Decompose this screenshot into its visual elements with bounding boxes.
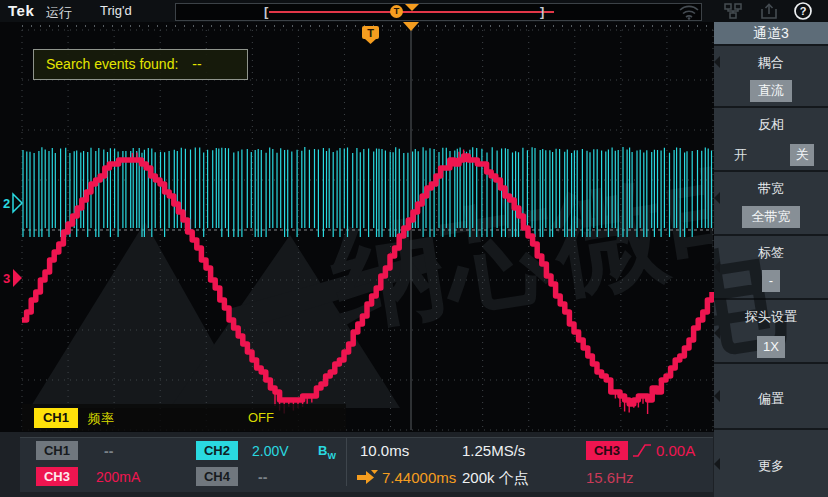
invert-on-option[interactable]: 开 bbox=[734, 144, 747, 166]
measurement-name: 频率 bbox=[88, 410, 114, 428]
section-left-arrow-icon bbox=[714, 56, 720, 68]
zoom-window-close-bracket[interactable]: ] bbox=[540, 4, 544, 19]
svg-text:?: ? bbox=[800, 5, 807, 17]
offset-label: 偏置 bbox=[714, 364, 828, 408]
ch2-scale: 2.00V bbox=[252, 443, 289, 459]
measurement-channel-badge[interactable]: CH1 bbox=[34, 408, 78, 428]
trigger-status: Trig'd bbox=[100, 3, 132, 18]
ch4-badge[interactable]: CH4 bbox=[196, 467, 238, 486]
ch3-position-marker[interactable]: 3 bbox=[3, 269, 22, 287]
trigger-frequency-readout: 15.6Hz bbox=[586, 469, 634, 486]
more-label: 更多 bbox=[714, 430, 828, 475]
invert-off-button[interactable]: 关 bbox=[790, 144, 814, 166]
coupling-dc-button[interactable]: 直流 bbox=[750, 80, 792, 102]
probe-1x-button[interactable]: 1X bbox=[757, 336, 785, 358]
trigger-level-readout[interactable]: 0.00A bbox=[656, 442, 695, 459]
measurement-value: OFF bbox=[248, 410, 274, 425]
oscilloscope-screen: Tek 运行 Trig'd [ ] T ? bbox=[0, 0, 828, 497]
ch2-bandwidth-icon: BW bbox=[318, 443, 336, 461]
status-bar: CH1 -- CH2 2.00V BW CH3 200mA CH4 -- 10.… bbox=[0, 432, 714, 497]
menu-section-invert[interactable]: 反相 开 关 bbox=[714, 108, 828, 170]
ch1-scale: -- bbox=[104, 443, 113, 459]
search-events-banner: Search events found:-- bbox=[33, 49, 248, 80]
probe-setup-label: 探头设置 bbox=[714, 300, 828, 326]
section-left-arrow-icon bbox=[714, 327, 720, 339]
ch3-badge[interactable]: CH3 bbox=[36, 467, 78, 486]
trigger-position-icon[interactable]: T bbox=[390, 5, 403, 18]
trigger-source-badge[interactable]: CH3 bbox=[586, 441, 628, 460]
delay-readout[interactable]: 7.44000ms bbox=[382, 469, 456, 486]
record-overview-bar[interactable]: [ ] T bbox=[175, 3, 702, 21]
tek-logo: Tek bbox=[8, 2, 34, 19]
timebase-readout[interactable]: 10.0ms bbox=[360, 442, 409, 459]
section-left-arrow-icon bbox=[714, 261, 720, 273]
menu-section-bandwidth[interactable]: 带宽 全带宽 bbox=[714, 172, 828, 234]
menu-section-probe-setup[interactable]: 探头设置 1X bbox=[714, 300, 828, 362]
top-bar: Tek 运行 Trig'd [ ] T ? bbox=[0, 0, 828, 22]
svg-text:T: T bbox=[367, 27, 374, 39]
section-left-arrow-icon bbox=[714, 458, 720, 470]
ch4-scale: -- bbox=[258, 469, 267, 485]
ch2-position-marker[interactable]: 2 bbox=[3, 194, 22, 212]
measurement-bar: CH1 频率 OFF bbox=[22, 404, 346, 431]
bandwidth-label: 带宽 bbox=[714, 172, 828, 198]
menu-section-label[interactable]: 标签 - bbox=[714, 236, 828, 298]
help-icon[interactable]: ? bbox=[792, 2, 814, 20]
waveform-display: 纳芯微电T23 bbox=[0, 22, 714, 432]
acquisition-status: 运行 bbox=[46, 4, 72, 22]
svg-text:3: 3 bbox=[3, 271, 10, 286]
rising-edge-icon bbox=[632, 442, 652, 459]
zoom-window-open-bracket[interactable]: [ bbox=[264, 4, 268, 19]
invert-label: 反相 bbox=[714, 108, 828, 134]
section-left-arrow-icon bbox=[714, 192, 720, 204]
svg-text:2: 2 bbox=[3, 196, 10, 211]
ch3-scale: 200mA bbox=[96, 469, 140, 485]
side-menu-title: 通道3 bbox=[714, 22, 828, 44]
trigger-position-caret-icon bbox=[405, 4, 419, 11]
delay-arrow-icon bbox=[356, 470, 378, 485]
menu-section-more[interactable]: 更多 bbox=[714, 430, 828, 497]
wifi-icon[interactable] bbox=[678, 2, 700, 20]
section-left-arrow-icon bbox=[714, 390, 720, 402]
ch2-badge[interactable]: CH2 bbox=[196, 441, 238, 460]
sample-rate-readout: 1.25MS/s bbox=[462, 442, 525, 459]
network-icon[interactable] bbox=[722, 2, 744, 20]
label-value-button[interactable]: - bbox=[762, 270, 780, 292]
search-events-text: Search events found: bbox=[46, 56, 178, 72]
side-menu: 通道3 耦合 直流 反相 开 关 带宽 全带宽 标签 - 探头设置 1X bbox=[714, 22, 828, 497]
coupling-label: 耦合 bbox=[714, 46, 828, 72]
record-window-line bbox=[269, 11, 554, 13]
menu-section-offset[interactable]: 偏置 bbox=[714, 364, 828, 428]
status-divider bbox=[346, 438, 347, 486]
bandwidth-full-button[interactable]: 全带宽 bbox=[742, 206, 800, 228]
record-length-readout: 200k 个点 bbox=[462, 469, 529, 488]
ch1-badge[interactable]: CH1 bbox=[36, 441, 78, 460]
search-events-count: -- bbox=[192, 56, 201, 72]
menu-section-coupling[interactable]: 耦合 直流 bbox=[714, 46, 828, 106]
label-label: 标签 bbox=[714, 236, 828, 262]
export-file-icon[interactable] bbox=[758, 2, 780, 20]
